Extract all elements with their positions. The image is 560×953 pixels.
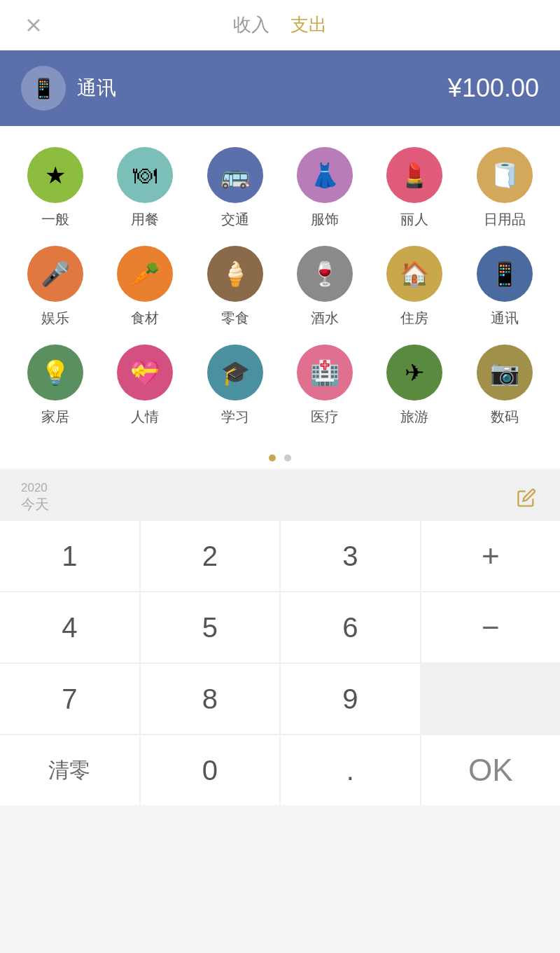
- category-item-digital[interactable]: 📷数码: [463, 345, 546, 426]
- category-item-medical[interactable]: 🏥医疗: [284, 345, 366, 426]
- selected-amount: ¥100.00: [448, 74, 539, 103]
- edit-icon[interactable]: [514, 485, 539, 510]
- btn-1[interactable]: 1: [0, 521, 139, 591]
- btn-4[interactable]: 4: [0, 592, 139, 662]
- category-icon-snacks: 🍦: [207, 246, 263, 302]
- selected-icon-glyph: 📱: [31, 77, 56, 100]
- category-icon-dining: 🍽: [117, 147, 173, 203]
- category-item-home[interactable]: 💡家居: [14, 345, 97, 426]
- category-item-entertainment[interactable]: 🎤娱乐: [14, 246, 97, 328]
- category-label-medical: 医疗: [311, 408, 339, 426]
- category-label-dining: 用餐: [131, 210, 159, 229]
- pagination-dot-1[interactable]: [269, 454, 276, 461]
- btn-ok[interactable]: OK: [421, 735, 561, 805]
- category-item-gift[interactable]: 💝人情: [104, 345, 186, 426]
- btn-clear[interactable]: 清零: [0, 735, 139, 805]
- category-grid: ★一般🍽用餐🚌交通👗服饰💄丽人🧻日用品🎤娱乐🥕食材🍦零食🍷酒水🏠住房📱通讯💡家居…: [14, 147, 546, 426]
- category-label-snacks: 零食: [221, 309, 249, 328]
- category-icon-telecom: 📱: [477, 246, 533, 302]
- category-item-education[interactable]: 🎓学习: [194, 345, 276, 426]
- numpad: 123+456−789清零0.OK: [0, 521, 560, 805]
- selected-category-label: 通讯: [77, 75, 116, 102]
- category-icon-transport: 🚌: [207, 147, 263, 203]
- category-label-food: 食材: [131, 309, 159, 328]
- pagination: [0, 440, 560, 468]
- calc-date-row: 2020 今天: [0, 470, 560, 521]
- category-item-snacks[interactable]: 🍦零食: [194, 246, 276, 328]
- category-item-general[interactable]: ★一般: [14, 147, 97, 229]
- selected-category-bar: 📱 通讯 ¥100.00: [0, 50, 560, 126]
- pagination-dot-2[interactable]: [284, 454, 291, 461]
- category-section: ★一般🍽用餐🚌交通👗服饰💄丽人🧻日用品🎤娱乐🥕食材🍦零食🍷酒水🏠住房📱通讯💡家居…: [0, 126, 560, 440]
- category-label-beauty: 丽人: [400, 210, 428, 229]
- category-label-telecom: 通讯: [491, 309, 519, 328]
- category-icon-travel: ✈: [386, 345, 442, 401]
- category-item-food[interactable]: 🥕食材: [104, 246, 186, 328]
- btn-0[interactable]: 0: [141, 735, 280, 805]
- btn-plus[interactable]: +: [421, 521, 561, 591]
- category-item-beauty[interactable]: 💄丽人: [373, 147, 456, 229]
- category-icon-gift: 💝: [117, 345, 173, 401]
- category-icon-general: ★: [27, 147, 83, 203]
- calc-date-text: 2020 今天: [21, 481, 49, 514]
- btn-8[interactable]: 8: [141, 664, 280, 734]
- btn-5[interactable]: 5: [141, 592, 280, 662]
- category-label-entertainment: 娱乐: [41, 309, 69, 328]
- btn-6[interactable]: 6: [281, 592, 420, 662]
- btn-.[interactable]: .: [281, 735, 420, 805]
- category-label-daily: 日用品: [484, 210, 526, 229]
- category-label-education: 学习: [221, 408, 249, 426]
- header: 收入 支出: [0, 0, 560, 50]
- category-icon-home: 💡: [27, 345, 83, 401]
- category-label-housing: 住房: [400, 309, 428, 328]
- calc-day: 今天: [21, 495, 49, 514]
- btn-7[interactable]: 7: [0, 664, 139, 734]
- category-icon-daily: 🧻: [477, 147, 533, 203]
- selected-category-icon: 📱: [21, 66, 66, 111]
- category-icon-medical: 🏥: [297, 345, 353, 401]
- category-item-travel[interactable]: ✈旅游: [373, 345, 456, 426]
- category-label-transport: 交通: [221, 210, 249, 229]
- category-icon-digital: 📷: [477, 345, 533, 401]
- category-icon-education: 🎓: [207, 345, 263, 401]
- category-label-general: 一般: [41, 210, 69, 229]
- category-icon-entertainment: 🎤: [27, 246, 83, 302]
- category-item-transport[interactable]: 🚌交通: [194, 147, 276, 229]
- category-icon-drinks: 🍷: [297, 246, 353, 302]
- category-item-daily[interactable]: 🧻日用品: [463, 147, 546, 229]
- close-button[interactable]: [21, 13, 46, 38]
- btn-2[interactable]: 2: [141, 521, 280, 591]
- tab-expense[interactable]: 支出: [290, 13, 327, 37]
- calc-year: 2020: [21, 481, 48, 495]
- category-label-digital: 数码: [491, 408, 519, 426]
- category-item-housing[interactable]: 🏠住房: [373, 246, 456, 328]
- category-label-gift: 人情: [131, 408, 159, 426]
- category-item-telecom[interactable]: 📱通讯: [463, 246, 546, 328]
- category-item-drinks[interactable]: 🍷酒水: [284, 246, 366, 328]
- btn-9[interactable]: 9: [281, 664, 420, 734]
- btn-minus[interactable]: −: [421, 592, 561, 662]
- category-label-drinks: 酒水: [311, 309, 339, 328]
- category-item-dining[interactable]: 🍽用餐: [104, 147, 186, 229]
- tab-income[interactable]: 收入: [233, 13, 270, 37]
- category-item-clothing[interactable]: 👗服饰: [284, 147, 366, 229]
- calculator-section: 2020 今天 123+456−789清零0.OK: [0, 470, 560, 805]
- category-icon-clothing: 👗: [297, 147, 353, 203]
- btn-empty: [421, 664, 561, 734]
- selected-left: 📱 通讯: [21, 66, 116, 111]
- category-label-clothing: 服饰: [311, 210, 339, 229]
- category-label-travel: 旅游: [400, 408, 428, 426]
- category-icon-housing: 🏠: [386, 246, 442, 302]
- category-label-home: 家居: [41, 408, 69, 426]
- category-icon-beauty: 💄: [386, 147, 442, 203]
- btn-3[interactable]: 3: [281, 521, 420, 591]
- category-icon-food: 🥕: [117, 246, 173, 302]
